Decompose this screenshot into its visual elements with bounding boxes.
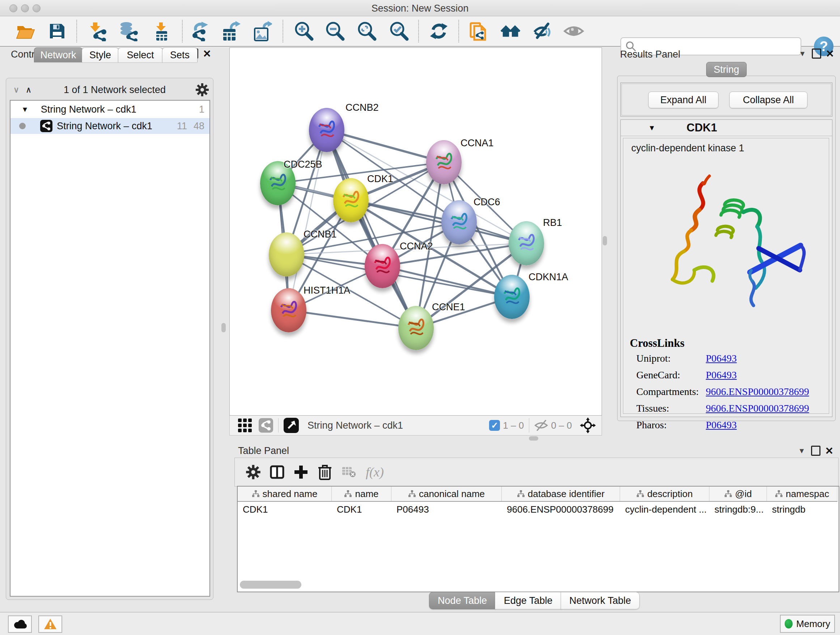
share-document-button[interactable] [468, 21, 489, 42]
tab-network[interactable]: Network [34, 48, 82, 62]
node-CDC6[interactable] [441, 200, 477, 244]
export-table-button[interactable] [220, 21, 241, 42]
hidden-count: 0 – 0 [551, 420, 572, 431]
string-home-button[interactable] [500, 21, 521, 42]
export-network-button[interactable] [189, 21, 210, 42]
float-menu-button[interactable]: ▼ [798, 445, 805, 457]
crosslink-link[interactable]: 9606.ENSP00000378699 [706, 402, 809, 414]
open-view-icon[interactable] [284, 418, 299, 433]
gear-icon[interactable] [195, 82, 210, 97]
selected-checkbox-icon[interactable]: ✓ [489, 420, 500, 431]
network-list: ▼ String Network – cdk1 1 String Network… [10, 100, 210, 597]
hidden-eye-icon[interactable] [534, 420, 548, 431]
cell--id[interactable]: stringdb:9... [709, 502, 767, 517]
network-row-selected[interactable]: String Network – cdk1 11 48 [11, 118, 210, 134]
cell-name[interactable]: CDK1 [332, 502, 392, 517]
float-menu-button[interactable]: ▼ [799, 48, 806, 60]
tab-style[interactable]: Style [82, 48, 118, 62]
cell-canonical-name[interactable]: P06493 [392, 502, 502, 517]
column-header-namespac[interactable]: namespac [767, 486, 837, 501]
tab-node-table[interactable]: Node Table [429, 592, 496, 609]
network-canvas[interactable]: CCNB2CCNA1CDC25BCDK1CDC6RB1CCNB1CCNA2CDK… [229, 48, 602, 416]
tab-edge-table[interactable]: Edge Table [495, 592, 561, 609]
show-columns-button[interactable] [265, 461, 289, 483]
show-selection-button[interactable] [563, 21, 584, 42]
right-splitter-handle[interactable] [603, 236, 607, 245]
column-type-icon [517, 490, 525, 498]
column-header-canonical-name[interactable]: canonical name [392, 486, 502, 501]
node-structure-image [271, 288, 306, 333]
collapse-all-button[interactable]: Collapse All [729, 92, 807, 108]
close-panel-button[interactable]: ✕ [825, 445, 834, 457]
node-CCNE1[interactable] [398, 306, 434, 350]
column-header--id[interactable]: @id [709, 486, 767, 501]
gene-header-row[interactable]: ▼ CDK1 [621, 120, 832, 136]
collapse-all-icon[interactable]: ∨∨ [10, 87, 22, 92]
crosslink-link[interactable]: P06493 [706, 353, 737, 364]
edge-HIST1H1A-CCNE1[interactable] [289, 310, 416, 328]
zoom-in-button[interactable] [294, 21, 314, 42]
float-panel-button[interactable] [811, 445, 821, 457]
table-row[interactable]: CDK1CDK1P064939606.ENSP00000378699cyclin… [238, 502, 838, 517]
zoom-fit-button[interactable] [356, 21, 377, 42]
node-CCNB2[interactable] [309, 108, 344, 152]
import-table-file-button[interactable] [151, 21, 172, 42]
close-panel-button[interactable]: ✕ [203, 48, 211, 60]
tab-network-table[interactable]: Network Table [561, 592, 639, 609]
cell-namespac[interactable]: stringdb [767, 502, 837, 517]
edge-CCNB2-CCNE1[interactable] [327, 130, 416, 328]
hide-selection-button[interactable] [532, 21, 553, 42]
node-HIST1H1A[interactable] [271, 288, 306, 333]
open-session-button[interactable] [15, 21, 36, 42]
node-CDKN1A[interactable] [494, 275, 530, 319]
export-image-button[interactable] [251, 21, 272, 42]
save-session-button[interactable] [47, 21, 68, 42]
birds-eye-grid-icon[interactable] [238, 418, 252, 432]
cloud-status-button[interactable] [8, 616, 32, 633]
create-column-button[interactable] [289, 461, 313, 483]
delete-table-button[interactable] [337, 461, 361, 483]
tab-select[interactable]: Select [118, 48, 163, 62]
network-collection-row[interactable]: ▼ String Network – cdk1 1 [11, 101, 210, 117]
close-panel-button[interactable]: ✕ [826, 48, 834, 60]
tree-expander-icon[interactable]: ▼ [21, 105, 28, 114]
section-expander-icon[interactable]: ▼ [648, 124, 655, 132]
zoom-selected-button[interactable] [388, 21, 409, 42]
expand-all-icon[interactable]: ∧∧ [22, 87, 34, 92]
column-header-name[interactable]: name [332, 486, 392, 501]
node-CDK1[interactable] [333, 178, 369, 222]
horizontal-splitter-handle[interactable] [529, 436, 538, 440]
move-crosshair-icon[interactable] [580, 417, 596, 433]
table-settings-button[interactable] [241, 461, 265, 483]
float-panel-button[interactable] [812, 48, 821, 60]
column-header-description[interactable]: description [620, 486, 709, 501]
tab-sets[interactable]: Sets [162, 48, 197, 62]
network-share-toggle-icon[interactable] [259, 418, 273, 432]
expand-all-button[interactable]: Expand All [648, 92, 718, 108]
horizontal-scrollbar-thumb[interactable] [240, 581, 302, 589]
memory-button[interactable]: Memory [780, 615, 835, 633]
column-header-database-identifier[interactable]: database identifier [502, 486, 620, 501]
column-header-shared-name[interactable]: shared name [238, 486, 332, 501]
import-network-file-button[interactable] [88, 21, 109, 42]
function-builder-button[interactable]: f(x) [363, 461, 387, 483]
delete-column-button[interactable] [313, 461, 337, 483]
crosslink-link[interactable]: P06493 [706, 419, 737, 431]
crosslink-link[interactable]: P06493 [706, 369, 737, 381]
left-splitter-handle[interactable] [221, 323, 226, 333]
refresh-button[interactable] [428, 21, 449, 42]
import-network-database-button[interactable] [118, 21, 139, 42]
cell-description[interactable]: cyclin-dependent ... [620, 502, 709, 517]
cell-database-identifier[interactable]: 9606.ENSP00000378699 [502, 502, 620, 517]
edge-CCNB2-HIST1H1A[interactable] [289, 130, 327, 310]
node-structure-image [398, 306, 434, 350]
node-CCNB1[interactable] [269, 233, 304, 277]
node-CCNA1[interactable] [426, 140, 462, 184]
cell-shared-name[interactable]: CDK1 [238, 502, 332, 517]
node-CCNA2[interactable] [365, 244, 400, 288]
warning-status-button[interactable] [38, 616, 62, 633]
node-RB1[interactable] [508, 221, 544, 265]
tab-string[interactable]: String [706, 62, 747, 77]
crosslink-link[interactable]: 9606.ENSP00000378699 [706, 386, 809, 397]
zoom-out-button[interactable] [325, 21, 346, 42]
